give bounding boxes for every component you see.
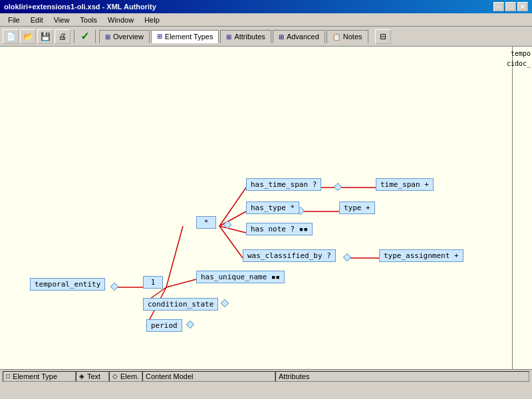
element-types-icon: ⊞	[157, 33, 162, 40]
svg-rect-13	[334, 183, 341, 190]
svg-line-7	[219, 226, 243, 258]
element-type-label: Element Type	[13, 372, 57, 380]
extra-button[interactable]: ⊟	[375, 29, 391, 44]
separator	[74, 30, 74, 43]
text-label: Text	[87, 372, 100, 380]
attributes-label: Attributes	[279, 372, 309, 380]
window-title: olokliri+extensions1-oli.xsd - XML Autho…	[4, 3, 156, 11]
attributes-icon: ⊞	[226, 33, 231, 41]
elem-label: Elem.	[120, 372, 139, 380]
svg-line-8	[166, 279, 196, 287]
new-button[interactable]: 📄	[3, 29, 19, 44]
title-bar: olokliri+extensions1-oli.xsd - XML Autho…	[0, 0, 532, 13]
content-model-label: Content Model	[146, 372, 194, 380]
node-type-assignment[interactable]: type_assignment +	[379, 249, 464, 262]
status-elem: ◇ Elem.	[109, 371, 142, 382]
menu-edit[interactable]: Edit	[25, 15, 49, 25]
node-period[interactable]: period	[146, 319, 182, 332]
node-temporal-entity[interactable]: temporal_entity	[30, 278, 105, 291]
node-type[interactable]: type +	[339, 201, 375, 214]
menu-bar: File Edit View Tools Window Help	[0, 13, 532, 27]
tab-bar: ⊞ Overview ⊞ Element Types ⊞ Attributes …	[99, 29, 529, 44]
save-button[interactable]: 💾	[37, 29, 53, 44]
right-panel-text1: tempo	[511, 50, 531, 57]
tab-element-types[interactable]: ⊞ Element Types	[151, 30, 219, 43]
status-element-type: □ Element Type	[3, 371, 76, 382]
main-container: temporal_entity 1 * has_time_span ? time…	[0, 47, 532, 369]
svg-line-1	[166, 226, 183, 287]
status-bar: □ Element Type ◈ Text ◇ Elem. Content Mo…	[0, 369, 532, 382]
node-has-note[interactable]: has note ? ▪▪	[246, 223, 313, 235]
minimize-button[interactable]: ─	[493, 2, 504, 11]
node-has-unique-name[interactable]: has_unique_name ▪▪	[196, 271, 285, 283]
status-attributes: Attributes	[275, 371, 529, 382]
tab-overview[interactable]: ⊞ Overview	[99, 30, 150, 43]
menu-help[interactable]: Help	[139, 15, 165, 25]
tab-notes-label: Notes	[343, 33, 362, 41]
menu-tools[interactable]: Tools	[74, 15, 102, 25]
tab-attributes-label: Attributes	[234, 33, 265, 41]
tab-attributes[interactable]: ⊞ Attributes	[220, 30, 271, 43]
tab-advanced-label: Advanced	[287, 33, 319, 41]
tab-notes[interactable]: 📋 Notes	[327, 30, 368, 43]
overview-icon: ⊞	[105, 33, 110, 41]
node-star[interactable]: *	[196, 216, 216, 229]
check-button[interactable]: ✓	[78, 30, 92, 43]
status-content-model: Content Model	[142, 371, 275, 382]
svg-rect-17	[221, 299, 228, 307]
menu-file[interactable]: File	[3, 15, 25, 25]
node-has-type[interactable]: has_type *	[246, 201, 299, 214]
separator2	[95, 30, 96, 43]
node-condition-state[interactable]: condition_state	[143, 298, 218, 311]
maximize-button[interactable]: □	[505, 2, 516, 11]
svg-rect-15	[343, 253, 350, 261]
menu-view[interactable]: View	[49, 15, 75, 25]
advanced-icon: ⊞	[279, 33, 284, 41]
node-was-classified-by[interactable]: was_classified_by ?	[243, 249, 336, 262]
elem-icon: ◇	[112, 372, 118, 380]
close-button[interactable]: ✕	[517, 2, 528, 11]
tab-overview-label: Overview	[113, 33, 144, 41]
element-type-icon: □	[6, 372, 10, 380]
svg-rect-18	[186, 321, 194, 328]
canvas-area[interactable]: temporal_entity 1 * has_time_span ? time…	[0, 47, 512, 369]
status-text: ◈ Text	[76, 371, 109, 382]
print-button[interactable]: 🖨	[55, 29, 70, 44]
tab-element-types-label: Element Types	[165, 33, 213, 41]
svg-line-6	[219, 226, 246, 233]
toolbar: 📄 📂 💾 🖨 ✓ ⊞ Overview ⊞ Element Types ⊞ A…	[0, 27, 532, 47]
text-icon: ◈	[79, 372, 84, 380]
menu-window[interactable]: Window	[102, 15, 139, 25]
node-has-time-span[interactable]: has_time_span ?	[246, 178, 321, 191]
svg-line-4	[219, 188, 246, 226]
open-button[interactable]: 📂	[20, 29, 36, 44]
tab-advanced[interactable]: ⊞ Advanced	[273, 30, 325, 43]
svg-rect-16	[223, 221, 231, 228]
right-panel: tempo cidoc_	[512, 47, 532, 369]
node-time-span[interactable]: time_span +	[376, 178, 434, 191]
right-panel-text2: cidoc_	[507, 60, 531, 67]
notes-icon: 📋	[332, 33, 340, 41]
svg-line-5	[219, 211, 246, 226]
node-1[interactable]: 1	[143, 276, 163, 289]
svg-rect-12	[110, 283, 118, 290]
window-controls: ─ □ ✕	[493, 2, 528, 11]
